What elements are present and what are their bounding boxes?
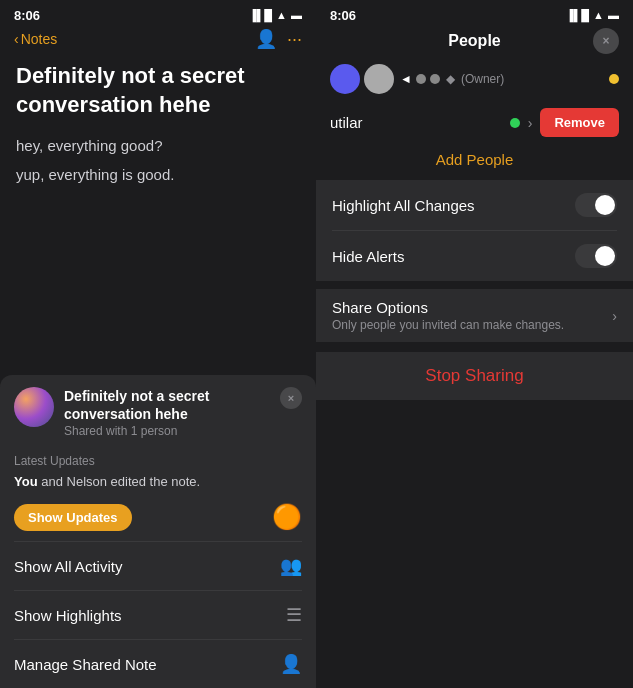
stop-sharing-button[interactable]: Stop Sharing [316,352,633,400]
share-options-section: Share Options Only people you invited ca… [316,289,633,342]
owner-dot [609,74,619,84]
manage-shared-label: Manage Shared Note [14,656,157,673]
status-icons-right: ▐▌█ ▲ ▬ [566,9,619,21]
status-time-right: 8:06 [330,8,356,23]
bottom-sheet: Definitely not a secret conversation heh… [0,375,316,688]
avatar-graphic [14,387,54,427]
person-online-dot [510,118,520,128]
people-title: People [448,32,500,50]
signal-icon: ▐▌█ [249,9,272,21]
right-panel: 8:06 ▐▌█ ▲ ▬ People × ◄ ◆ (Owner) utilar… [316,0,633,688]
back-button[interactable]: ‹ Notes [14,31,57,47]
note-body-line-2: yup, everything is good. [16,164,300,185]
latest-updates-label: Latest Updates [0,446,316,472]
wifi-icon-r: ▲ [593,9,604,21]
share-icon: 🟠 [272,503,302,531]
show-highlights-label: Show Highlights [14,607,122,624]
toggle-thumb-highlight [595,195,615,215]
update-text: You and Nelson edited the note. [0,472,316,497]
person-chevron-icon: › [528,115,533,131]
hide-alerts-toggle[interactable] [575,244,617,268]
sheet-avatar [14,387,54,427]
nav-bar-left: ‹ Notes 👤 ··· [0,26,316,54]
avatars-row: ◄ ◆ (Owner) [316,58,633,102]
hide-alerts-row: Hide Alerts [316,231,633,281]
show-all-activity-label: Show All Activity [14,558,122,575]
manage-icon: 👤 [280,653,302,675]
people-icon: 👥 [280,555,302,577]
note-title: Definitely not a secret conversation heh… [16,62,300,119]
show-updates-button[interactable]: Show Updates [14,504,132,531]
avatar-4 [430,74,440,84]
stop-sharing-label: Stop Sharing [425,366,523,386]
remove-button[interactable]: Remove [540,108,619,137]
owner-label: (Owner) [461,72,504,86]
sheet-title-area: Definitely not a secret conversation heh… [64,387,280,438]
update-text-you: You [14,474,38,489]
highlights-icon: ☰ [286,604,302,626]
add-people-button[interactable]: Add People [436,151,514,168]
show-highlights-row[interactable]: Show Highlights ☰ [0,591,316,639]
manage-shared-note-row[interactable]: Manage Shared Note 👤 [0,640,316,688]
avatar-1 [330,64,360,94]
sheet-note-title: Definitely not a secret conversation heh… [64,387,280,423]
stop-sharing-section: Stop Sharing [316,352,633,400]
left-panel: 8:06 ▐▌█ ▲ ▬ ‹ Notes 👤 ··· Definitely no… [0,0,316,688]
people-close-button[interactable]: × [593,28,619,54]
sheet-header: Definitely not a secret conversation heh… [0,375,316,446]
avatar-3 [416,74,426,84]
status-time-left: 8:06 [14,8,40,23]
show-all-activity-row[interactable]: Show All Activity 👥 [0,542,316,590]
share-options-row[interactable]: Share Options Only people you invited ca… [316,289,633,342]
back-chevron-icon: ‹ [14,31,19,47]
wifi-icon: ▲ [276,9,287,21]
highlight-all-row: Highlight All Changes [316,180,633,230]
toggle-thumb-alerts [595,246,615,266]
sheet-subtitle: Shared with 1 person [64,424,280,438]
sheet-close-button[interactable]: × [280,387,302,409]
status-icons-left: ▐▌█ ▲ ▬ [249,9,302,21]
settings-section: Highlight All Changes Hide Alerts [316,180,633,281]
highlight-all-label: Highlight All Changes [332,197,475,214]
people-header: People × [316,26,633,58]
dot-separator: ◆ [446,72,455,86]
share-options-subtitle: Only people you invited can make changes… [332,318,612,332]
share-options-left: Share Options Only people you invited ca… [332,299,612,332]
share-options-title: Share Options [332,299,612,316]
show-updates-row: Show Updates 🟠 [0,497,316,541]
arrow-icon: ◄ [400,72,412,86]
person-row: utilar › Remove [316,102,633,143]
share-options-chevron-icon: › [612,308,617,324]
more-options-icon[interactable]: ··· [287,30,302,48]
hide-alerts-label: Hide Alerts [332,248,405,265]
person-name: utilar [330,114,502,131]
avatar-2 [364,64,394,94]
nav-actions: 👤 ··· [255,30,302,48]
highlight-all-toggle[interactable] [575,193,617,217]
battery-icon-r: ▬ [608,9,619,21]
add-people-section: Add People [316,143,633,180]
person-icon[interactable]: 👤 [255,30,277,48]
status-bar-right: 8:06 ▐▌█ ▲ ▬ [316,0,633,26]
back-label: Notes [21,31,58,47]
note-body-line-1: hey, everything good? [16,135,300,156]
status-bar-left: 8:06 ▐▌█ ▲ ▬ [0,0,316,26]
update-text-rest: and Nelson edited the note. [38,474,201,489]
battery-icon: ▬ [291,9,302,21]
signal-icon-r: ▐▌█ [566,9,589,21]
